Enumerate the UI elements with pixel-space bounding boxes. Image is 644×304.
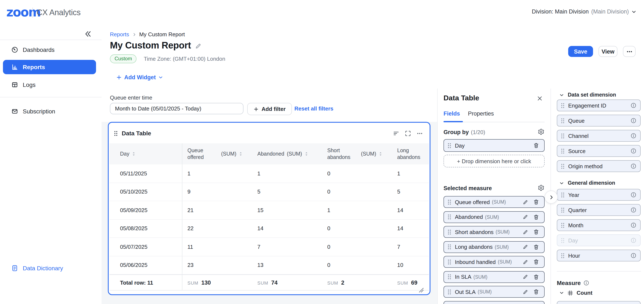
dimension-chip-queue[interactable]: Queue bbox=[557, 115, 641, 127]
dimension-chip-source[interactable]: Source bbox=[557, 145, 641, 157]
info-icon[interactable] bbox=[630, 102, 636, 108]
trash-icon[interactable] bbox=[533, 289, 539, 295]
filter-lines-icon[interactable] bbox=[393, 130, 399, 137]
info-icon[interactable] bbox=[630, 118, 636, 124]
pencil-icon[interactable] bbox=[523, 244, 528, 250]
trash-icon[interactable] bbox=[533, 214, 539, 220]
sort-icon[interactable] bbox=[132, 151, 136, 156]
sort-icon[interactable] bbox=[239, 151, 242, 156]
info-icon[interactable] bbox=[630, 222, 636, 228]
more-actions-button[interactable] bbox=[623, 46, 636, 57]
reset-filters-link[interactable]: Reset all filters bbox=[294, 105, 333, 112]
column-header-long-abandons[interactable]: Long abandons (SUM) bbox=[392, 147, 429, 161]
table-row[interactable]: 05/07/2025 11 7 0 7 bbox=[110, 238, 429, 256]
date-range-input[interactable] bbox=[110, 103, 244, 114]
measure-chip-long-abandons[interactable]: Long abandons (SUM) bbox=[444, 241, 544, 253]
dimension-chip-quarter[interactable]: Quarter bbox=[557, 204, 641, 216]
breadcrumb-reports[interactable]: Reports bbox=[110, 31, 129, 38]
trash-icon[interactable] bbox=[533, 274, 539, 280]
drop-dimension-zone[interactable]: + Drop dimension here or click bbox=[444, 155, 544, 167]
pencil-icon[interactable] bbox=[523, 259, 528, 264]
drag-handle-icon[interactable] bbox=[448, 244, 451, 250]
collapse-sidebar-icon[interactable] bbox=[82, 29, 93, 39]
table-row[interactable]: 05/09/2025 21 15 1 14 bbox=[110, 201, 429, 219]
drag-handle-icon[interactable] bbox=[561, 222, 564, 228]
panel-expand-button[interactable] bbox=[544, 191, 558, 204]
measure-chip-short-abandons[interactable]: Short abandons (SUM) bbox=[444, 226, 544, 238]
table-row[interactable]: 05/06/2025 23 13 0 10 bbox=[110, 256, 429, 274]
trash-icon[interactable] bbox=[533, 199, 539, 205]
drag-handle-icon[interactable] bbox=[561, 118, 564, 123]
drag-handle-icon[interactable] bbox=[561, 133, 564, 139]
column-header-day[interactable]: Day bbox=[110, 151, 182, 157]
trash-icon[interactable] bbox=[533, 244, 539, 250]
dimension-chip-engagement-id[interactable]: Engagement ID bbox=[557, 100, 641, 111]
drag-handle-icon[interactable] bbox=[561, 148, 564, 154]
close-icon[interactable] bbox=[537, 96, 542, 101]
gear-icon[interactable] bbox=[538, 185, 544, 191]
save-button[interactable]: Save bbox=[568, 46, 593, 57]
sidebar-item-dashboards[interactable]: Dashboards bbox=[3, 43, 96, 57]
data-table-widget[interactable]: Data Table bbox=[108, 122, 430, 295]
tab-fields[interactable]: Fields bbox=[444, 111, 460, 117]
measure-chip-inbound-handled[interactable]: Inbound handled (SUM) bbox=[444, 256, 544, 268]
gear-icon[interactable] bbox=[538, 129, 544, 135]
add-filter-button[interactable]: Add filter bbox=[247, 103, 292, 115]
dimension-chip-origin-method[interactable]: Origin method bbox=[557, 160, 641, 172]
ellipsis-icon[interactable] bbox=[416, 130, 423, 137]
info-icon[interactable] bbox=[583, 280, 589, 286]
dataset-dimension-header[interactable]: Data set dimension bbox=[559, 92, 616, 98]
drag-handle-icon[interactable] bbox=[561, 163, 564, 169]
measure-chip-queue-offered[interactable]: Queue offered (SUM) bbox=[444, 196, 544, 208]
count-group-header[interactable]: Count bbox=[559, 290, 592, 296]
division-selector[interactable]: Division: Main Division (Main Division) bbox=[532, 9, 636, 15]
measure-chip-partial[interactable] bbox=[444, 301, 544, 304]
measure-chip-partial[interactable] bbox=[557, 301, 641, 304]
pencil-icon[interactable] bbox=[523, 199, 528, 205]
column-header-abandoned[interactable]: Abandoned (SUM) bbox=[252, 151, 322, 157]
sidebar-item-logs[interactable]: Logs bbox=[3, 78, 96, 92]
drag-handle-icon[interactable] bbox=[448, 289, 451, 294]
dimension-chip-channel[interactable]: Channel bbox=[557, 130, 641, 142]
column-header-queue-offered[interactable]: Queue offered (SUM) bbox=[182, 147, 252, 161]
info-icon[interactable] bbox=[630, 148, 636, 154]
dimension-chip-month[interactable]: Month bbox=[557, 219, 641, 231]
drag-handle-icon[interactable] bbox=[561, 207, 564, 213]
trash-icon[interactable] bbox=[533, 143, 539, 148]
drag-handle-icon[interactable] bbox=[448, 229, 451, 235]
table-row[interactable]: 05/10/2025 9 5 0 5 bbox=[110, 183, 429, 201]
sort-icon[interactable] bbox=[379, 151, 382, 156]
info-icon[interactable] bbox=[630, 207, 636, 213]
table-row[interactable]: 05/11/2025 1 1 0 1 bbox=[110, 164, 429, 183]
drag-handle-icon[interactable] bbox=[448, 199, 451, 205]
drag-handle-icon[interactable] bbox=[448, 259, 451, 264]
sidebar-item-subscription[interactable]: Subscription bbox=[3, 105, 96, 118]
sidebar-item-reports[interactable]: Reports bbox=[3, 60, 96, 74]
info-icon[interactable] bbox=[630, 252, 636, 258]
drag-handle-icon[interactable] bbox=[114, 131, 118, 136]
info-icon[interactable] bbox=[630, 133, 636, 139]
drag-handle-icon[interactable] bbox=[561, 253, 564, 258]
pencil-icon[interactable] bbox=[523, 289, 528, 294]
pencil-icon[interactable] bbox=[523, 229, 528, 235]
column-header-short-abandons[interactable]: Short abandons (SUM) bbox=[322, 147, 392, 161]
resize-icon[interactable] bbox=[419, 287, 424, 293]
drag-handle-icon[interactable] bbox=[561, 192, 564, 197]
data-dictionary-link[interactable]: Data Dictionary bbox=[3, 261, 96, 275]
sort-icon[interactable] bbox=[304, 151, 308, 156]
fullscreen-icon[interactable] bbox=[405, 130, 411, 137]
dimension-chip-hour[interactable]: Hour bbox=[557, 250, 641, 261]
trash-icon[interactable] bbox=[533, 259, 539, 265]
drag-handle-icon[interactable] bbox=[448, 214, 451, 220]
dimension-chip-year[interactable]: Year bbox=[557, 189, 641, 201]
pencil-icon[interactable] bbox=[195, 43, 202, 49]
pencil-icon[interactable] bbox=[523, 214, 528, 220]
info-icon[interactable] bbox=[630, 192, 636, 198]
add-widget-button[interactable]: Add Widget bbox=[116, 74, 163, 81]
info-icon[interactable] bbox=[630, 163, 636, 169]
tab-properties[interactable]: Properties bbox=[468, 111, 494, 117]
group-by-chip-day[interactable]: Day bbox=[444, 139, 544, 152]
trash-icon[interactable] bbox=[533, 229, 539, 235]
measure-chip-abandoned[interactable]: Abandoned (SUM) bbox=[444, 211, 544, 223]
measure-chip-in-sla[interactable]: In SLA (SUM) bbox=[444, 271, 544, 283]
